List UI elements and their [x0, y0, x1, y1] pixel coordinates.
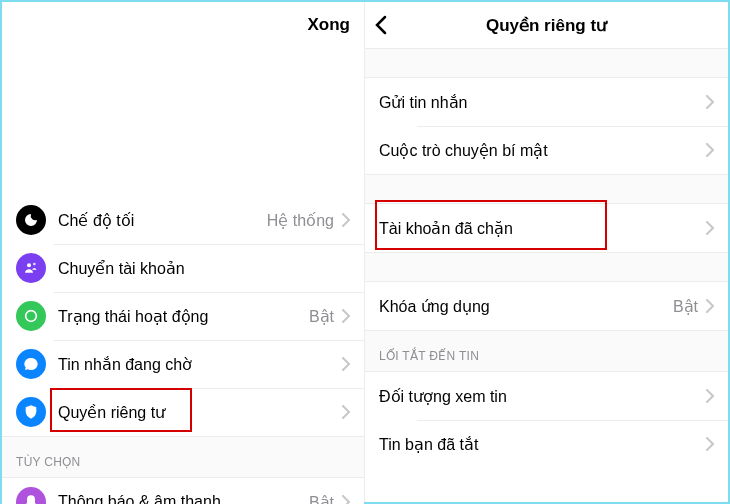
row-label: Tin nhắn đang chờ	[58, 355, 342, 374]
spacer	[2, 48, 364, 196]
row-story-muted[interactable]: Tin bạn đã tắt	[365, 420, 728, 468]
message-icon	[16, 349, 46, 379]
row-value: Bật	[309, 307, 334, 326]
row-story-audience[interactable]: Đối tượng xem tin	[365, 372, 728, 420]
section-gap	[365, 48, 728, 78]
chevron-right-icon	[706, 389, 714, 403]
section-header-options: TÙY CHỌN	[2, 436, 364, 478]
row-app-lock[interactable]: Khóa ứng dụng Bật	[365, 282, 728, 330]
bell-icon	[16, 487, 46, 504]
page-title: Quyền riêng tư	[486, 15, 607, 36]
shield-icon	[16, 397, 46, 427]
row-label: Trạng thái hoạt động	[58, 307, 309, 326]
chevron-right-icon	[342, 495, 350, 504]
svg-point-0	[27, 263, 31, 267]
row-value: Bật	[673, 297, 698, 316]
chevron-right-icon	[706, 437, 714, 451]
chevron-right-icon	[706, 143, 714, 157]
svg-point-1	[33, 263, 36, 266]
svg-point-2	[26, 311, 37, 322]
screenshot-pair: Xong Chế độ tối Hệ thống Chuyển tài khoả…	[0, 0, 730, 504]
section-gap	[365, 174, 728, 204]
back-button[interactable]	[375, 15, 387, 35]
row-label: Gửi tin nhắn	[379, 93, 706, 112]
section-header-story: LỐI TẮT ĐẾN TIN	[365, 330, 728, 372]
row-label: Thông báo & âm thanh	[58, 493, 309, 504]
chevron-right-icon	[342, 309, 350, 323]
row-notifications[interactable]: Thông báo & âm thanh Bật	[2, 478, 364, 504]
row-send-message[interactable]: Gửi tin nhắn	[365, 78, 728, 126]
active-status-icon	[16, 301, 46, 331]
row-label: Quyền riêng tư	[58, 403, 342, 422]
chevron-right-icon	[342, 405, 350, 419]
row-active-status[interactable]: Trạng thái hoạt động Bật	[2, 292, 364, 340]
done-button[interactable]: Xong	[308, 15, 351, 35]
header: Xong	[2, 2, 364, 48]
row-label: Đối tượng xem tin	[379, 387, 706, 406]
row-label: Khóa ứng dụng	[379, 297, 673, 316]
row-secret-conversation[interactable]: Cuộc trò chuyện bí mật	[365, 126, 728, 174]
row-message-requests[interactable]: Tin nhắn đang chờ	[2, 340, 364, 388]
privacy-pane: Quyền riêng tư Gửi tin nhắn Cuộc trò chu…	[365, 2, 728, 502]
row-value: Bật	[309, 493, 334, 505]
row-privacy[interactable]: Quyền riêng tư	[2, 388, 364, 436]
row-label: Chế độ tối	[58, 211, 267, 230]
moon-icon	[16, 205, 46, 235]
row-label: Cuộc trò chuyện bí mật	[379, 141, 706, 160]
chevron-right-icon	[342, 213, 350, 227]
chevron-right-icon	[706, 95, 714, 109]
chevron-right-icon	[706, 299, 714, 313]
row-dark-mode[interactable]: Chế độ tối Hệ thống	[2, 196, 364, 244]
row-value: Hệ thống	[267, 211, 334, 230]
row-label: Tin bạn đã tắt	[379, 435, 706, 454]
chevron-right-icon	[342, 357, 350, 371]
row-label: Tài khoản đã chặn	[379, 219, 706, 238]
switch-account-icon	[16, 253, 46, 283]
chevron-right-icon	[706, 221, 714, 235]
row-switch-account[interactable]: Chuyển tài khoản	[2, 244, 364, 292]
row-blocked-accounts[interactable]: Tài khoản đã chặn	[365, 204, 728, 252]
header: Quyền riêng tư	[365, 2, 728, 48]
section-gap	[365, 252, 728, 282]
settings-pane: Xong Chế độ tối Hệ thống Chuyển tài khoả…	[2, 2, 365, 502]
row-label: Chuyển tài khoản	[58, 259, 350, 278]
